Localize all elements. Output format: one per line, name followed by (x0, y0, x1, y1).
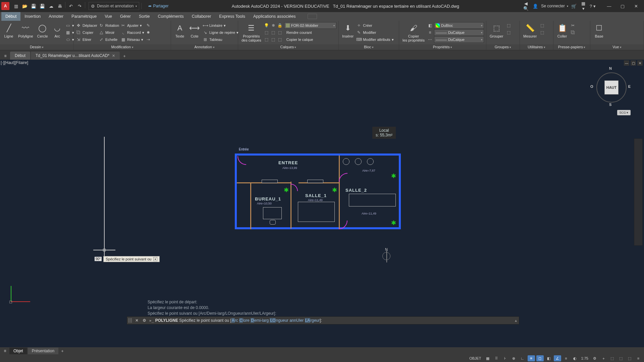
tool-copier[interactable]: ⿻Copier (76, 29, 97, 36)
menu-parametrique[interactable]: Paramétrique (67, 12, 101, 21)
tool-ellipse[interactable]: ⬭▾ (65, 36, 74, 43)
tool-repere[interactable]: ↘Ligne de repère ▾ (203, 29, 238, 36)
copy2-icon[interactable]: ⿻ (570, 30, 576, 35)
tool-base[interactable]: ☐Base (592, 22, 606, 39)
close-button[interactable]: ✕ (629, 4, 643, 9)
cmd-grip-icon[interactable] (127, 318, 133, 323)
annotation-scale[interactable]: 1:75 (580, 356, 590, 360)
status-model[interactable]: OBJET (468, 356, 482, 360)
panel-props[interactable]: Propriétés (399, 44, 486, 50)
ortho-icon[interactable]: ∟ (519, 355, 526, 361)
infer-icon[interactable]: ⊦ (501, 355, 509, 361)
panel-calques[interactable]: Calques (238, 44, 338, 50)
viewcube-e[interactable]: E (628, 84, 631, 88)
tool-etirer[interactable]: ⇲Etirer (76, 36, 97, 43)
lock-icon[interactable]: 🔒 (277, 23, 283, 28)
layout-menu[interactable]: ≡ (1, 349, 9, 353)
freeze-icon[interactable]: ❄ (271, 23, 276, 28)
dynamic-icon[interactable]: ⊕ (510, 355, 518, 361)
cmd-config-icon[interactable]: ⚙ (141, 318, 148, 323)
qat-save-icon[interactable]: 💾 (30, 2, 38, 10)
grid-toggle-icon[interactable]: ▦ (484, 355, 491, 361)
bulb-icon[interactable]: 💡 (264, 23, 269, 28)
menu-extras[interactable] (308, 14, 317, 19)
panel-bloc[interactable]: Bloc (339, 44, 399, 50)
menu-express[interactable]: Express Tools (215, 12, 249, 21)
help-icon[interactable]: ? ▾ (589, 4, 596, 9)
qat-open-icon[interactable]: 📂 (21, 2, 29, 10)
custom-icon[interactable]: ≡ (635, 355, 642, 361)
tool-offset[interactable]: ✎ (146, 22, 151, 29)
viewcube[interactable]: HAUT N S E O (590, 66, 631, 107)
tool-explode[interactable]: ✸ (146, 29, 151, 36)
app-switcher-icon[interactable]: ▦ ▾ (580, 1, 587, 11)
menu-insertion[interactable]: Insertion (20, 12, 45, 21)
signin-link[interactable]: Se connecter (541, 4, 565, 8)
qat-saveas-icon[interactable]: 💾 (38, 2, 46, 10)
tool-deplacer[interactable]: ✥Déplacer (76, 22, 97, 29)
doctab-start[interactable]: Début (10, 52, 30, 60)
menu-apps[interactable]: Applications associées (249, 12, 300, 21)
tool-cote[interactable]: ⟷Cote (188, 22, 201, 39)
menu-gerer[interactable]: Gérer (116, 12, 135, 21)
panel-vue[interactable]: Vue (590, 44, 644, 50)
tab-model[interactable]: Objet (9, 348, 27, 354)
vp-min-icon[interactable]: — (624, 60, 629, 66)
tool-modattr[interactable]: ⌨Modifier attributs ▾ (356, 36, 393, 43)
snap-toggle-icon[interactable]: ⠿ (493, 355, 500, 361)
command-line[interactable]: ✕ ⚙ ▸_ POLYLIGNE Spécifiez le point suiv… (127, 316, 519, 324)
cart-icon[interactable]: 🛒 (570, 4, 578, 9)
scg-button[interactable]: SCG ▾ (617, 110, 631, 115)
qat-undo-icon[interactable]: ↶ (67, 2, 75, 10)
tool-grouper[interactable]: ⬚Grouper (488, 22, 504, 39)
tool-miroir[interactable]: ⧋Miroir (99, 29, 119, 36)
lineweight-selector[interactable]: ———DuCalque (434, 29, 484, 36)
menu-collaborer[interactable]: Collaborer (188, 12, 215, 21)
qat-plot-icon[interactable]: 🖶 (56, 2, 64, 10)
menu-complements[interactable]: Compléments (154, 12, 188, 21)
ungroup-icon[interactable]: ⬚ (506, 23, 511, 28)
tool-texte[interactable]: ATexte (173, 22, 186, 39)
3dosnap-icon[interactable]: ◧ (545, 355, 552, 361)
tool-copiercalque[interactable]: ⬚⬚⬚ Copier le calque (264, 36, 336, 43)
cmd-history-icon[interactable]: ▴ (513, 318, 519, 323)
tool-tableau[interactable]: ⊞Tableau (203, 36, 238, 43)
panel-modif[interactable]: Modification (74, 44, 171, 50)
tool-hatch[interactable]: ▦▾ (65, 29, 74, 36)
qat-redo-icon[interactable]: ↷ (75, 2, 84, 10)
doctab-menu[interactable]: ≡ (1, 52, 9, 60)
maximize-button[interactable]: ▢ (616, 4, 629, 9)
tool-reseau[interactable]: ▦Réseau ▾ (120, 36, 144, 43)
tool-rendrecourant[interactable]: ⬚⬚⬚ Rendre courant (264, 29, 336, 36)
close-tab-icon[interactable]: ✕ (112, 54, 115, 58)
dynamic-prompt[interactable]: Spécifiez le point suivant ou ▾ (103, 256, 160, 262)
panel-annot[interactable]: Annotation (171, 44, 238, 50)
osnap-icon[interactable]: ◻ (536, 355, 544, 361)
tool-creer-bloc[interactable]: ✧Créer (356, 22, 393, 29)
add-tab-button[interactable]: ＋ (120, 52, 128, 60)
add-status-icon[interactable]: ＋ (600, 355, 607, 361)
menu-annoter[interactable]: Annoter (45, 12, 67, 21)
menu-vue[interactable]: Vue (101, 12, 116, 21)
tool-polyligne[interactable]: 〰Polyligne (17, 22, 35, 39)
menu-sortie[interactable]: Sortie (135, 12, 154, 21)
add-layout-button[interactable]: ＋ (59, 348, 66, 354)
tool-rotation[interactable]: ↻Rotation (99, 22, 119, 29)
doctab-file[interactable]: Td_01 Réaménager u…tilisant AutoCAD*✕ (31, 52, 120, 60)
tool-modifier-bloc[interactable]: ✎Modifier (356, 29, 393, 36)
viewport-label[interactable]: [-][Haut][Filaire] (1, 60, 28, 65)
cut-icon[interactable]: ✂ (570, 23, 576, 28)
tool-echelle[interactable]: ⤢Echelle (99, 36, 119, 43)
transparency-icon[interactable]: ◐ (571, 355, 579, 361)
qat-cloud-icon[interactable]: ☁ (47, 2, 55, 10)
workspace-selector[interactable]: ⚙ Dessin et annotation ▾ (89, 2, 139, 10)
tool-rect[interactable]: ▭▾ (65, 22, 74, 29)
tool-arc[interactable]: ◡Arc (51, 22, 64, 39)
color-selector[interactable]: DuBloc (434, 22, 484, 29)
lwt-icon[interactable]: ≡ (562, 355, 570, 361)
qat-new-icon[interactable]: ▥ (12, 2, 20, 10)
hw-icon[interactable]: ⬚ (617, 355, 625, 361)
nav-bar[interactable] (634, 138, 643, 246)
tool-lineaire[interactable]: ⟷Linéaire ▾ (203, 22, 238, 29)
viewcube-o[interactable]: O (590, 84, 593, 88)
